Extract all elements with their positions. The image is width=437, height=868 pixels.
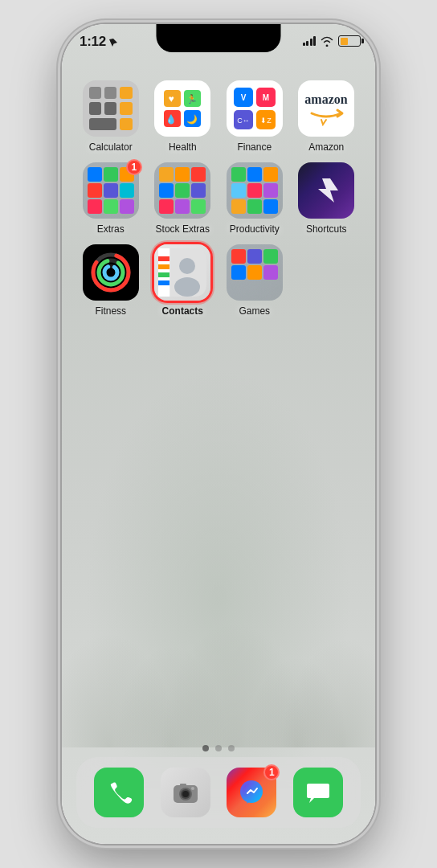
battery-fill <box>341 38 348 45</box>
camera-icon <box>161 768 210 817</box>
fitness-label: Fitness <box>95 305 126 317</box>
phone-frame: 1:12 <box>62 24 375 844</box>
extras-icon: 1 <box>83 162 139 219</box>
page-dots <box>62 745 375 751</box>
app-amazon[interactable]: amazon Amazon <box>294 80 360 153</box>
page-dot-1 <box>202 745 209 751</box>
empty-slot <box>294 244 360 317</box>
stock-extras-icon <box>154 162 210 219</box>
svg-text:🏃: 🏃 <box>186 93 198 104</box>
productivity-icon <box>227 162 283 219</box>
svg-text:♥: ♥ <box>169 93 174 104</box>
calculator-icon <box>83 80 139 137</box>
app-grid: Calculator ♥ 🏃 💧 🌙 <box>62 72 375 325</box>
signal-bars <box>303 36 317 46</box>
svg-text:M: M <box>263 93 269 102</box>
app-shortcuts[interactable]: Shortcuts <box>294 162 360 235</box>
svg-rect-32 <box>158 272 169 277</box>
health-label: Health <box>169 141 197 153</box>
app-stock-extras[interactable]: Stock Extras <box>150 162 216 235</box>
signal-bar-2 <box>306 41 308 46</box>
svg-point-35 <box>174 277 200 297</box>
app-productivity[interactable]: Productivity <box>222 162 288 235</box>
svg-point-39 <box>182 791 189 797</box>
signal-bar-4 <box>313 36 316 46</box>
shortcuts-icon <box>298 162 354 219</box>
svg-rect-31 <box>158 264 169 269</box>
contacts-label: Contacts <box>162 305 203 317</box>
notch <box>157 24 281 52</box>
wifi-icon <box>321 36 333 47</box>
shortcuts-label: Shortcuts <box>306 223 347 235</box>
fitness-icon <box>83 244 139 301</box>
dock: 1 <box>76 757 361 828</box>
app-health[interactable]: ♥ 🏃 💧 🌙 Health <box>150 80 216 153</box>
svg-text:amazon: amazon <box>305 92 348 106</box>
location-icon <box>108 38 118 47</box>
amazon-label: Amazon <box>308 141 344 153</box>
status-time: 1:12 <box>80 34 106 50</box>
app-extras[interactable]: 1 Extras <box>78 162 144 235</box>
games-label: Games <box>239 305 270 317</box>
screen: 1:12 <box>62 24 375 844</box>
svg-text:🌙: 🌙 <box>186 113 198 125</box>
dock-camera[interactable] <box>161 768 210 817</box>
extras-badge: 1 <box>126 159 142 175</box>
dock-messages[interactable] <box>293 768 343 817</box>
svg-point-41 <box>191 787 194 790</box>
svg-rect-40 <box>180 784 186 787</box>
svg-rect-18 <box>302 84 350 133</box>
finance-label: Finance <box>237 141 272 153</box>
svg-text:C↔: C↔ <box>237 117 250 125</box>
svg-point-34 <box>179 258 195 274</box>
app-games[interactable]: Games <box>222 244 288 317</box>
status-icons <box>303 35 361 47</box>
svg-rect-30 <box>158 256 169 261</box>
app-fitness[interactable]: Fitness <box>78 244 144 317</box>
phone-icon <box>94 768 144 817</box>
app-calculator[interactable]: Calculator <box>78 80 144 153</box>
signal-bar-1 <box>303 43 305 46</box>
productivity-label: Productivity <box>230 223 280 235</box>
dock-phone[interactable] <box>94 768 144 817</box>
amazon-icon: amazon <box>298 80 354 137</box>
stock-extras-label: Stock Extras <box>156 223 210 235</box>
calculator-label: Calculator <box>89 141 133 153</box>
svg-rect-33 <box>158 280 169 285</box>
signal-bar-3 <box>310 39 312 46</box>
app-finance[interactable]: V M C↔ ⬇Z Finance <box>222 80 288 153</box>
extras-label: Extras <box>97 223 125 235</box>
finance-icon: V M C↔ ⬇Z <box>227 80 283 137</box>
page-dot-3 <box>228 745 235 751</box>
wallpaper-trees <box>62 506 375 747</box>
contacts-icon <box>154 244 210 301</box>
app-contacts[interactable]: Contacts <box>150 244 216 317</box>
svg-text:V: V <box>240 93 246 102</box>
svg-text:⬇Z: ⬇Z <box>260 117 272 125</box>
health-icon: ♥ 🏃 💧 🌙 <box>154 80 210 137</box>
svg-text:💧: 💧 <box>165 113 177 125</box>
battery-icon <box>338 35 361 47</box>
dock-messenger[interactable]: 1 <box>227 768 276 817</box>
games-icon <box>227 244 283 301</box>
messages-icon <box>293 768 343 817</box>
messenger-badge: 1 <box>263 764 280 780</box>
page-dot-2 <box>215 745 222 751</box>
